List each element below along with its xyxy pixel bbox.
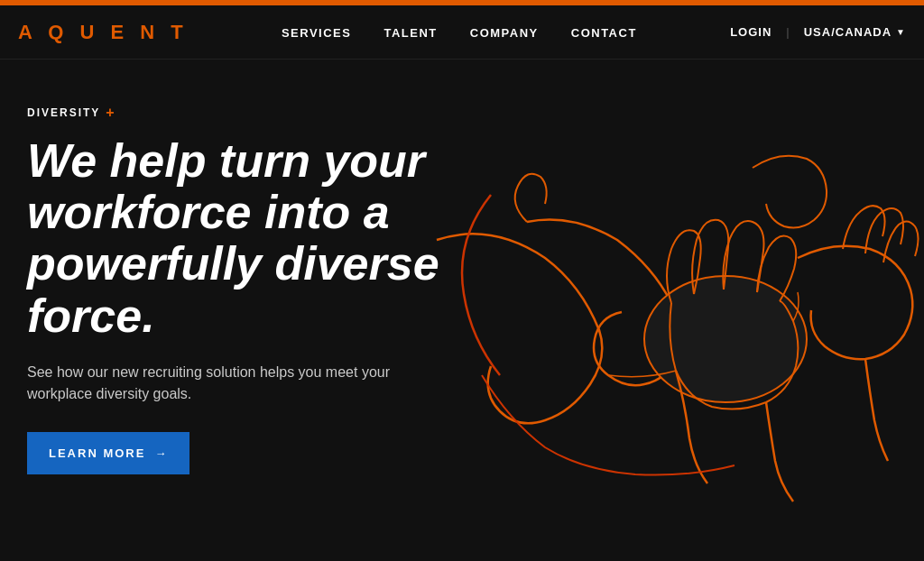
nav-link-services[interactable]: SERVICES [282,26,352,40]
arrow-icon: → [154,446,168,460]
nav-divider: | [786,25,789,39]
nav-link-company[interactable]: COMPANY [470,26,539,40]
nav-item-company[interactable]: COMPANY [470,24,539,41]
learn-more-label: LEARN MORE [49,446,145,460]
hero-content: DIVERSITY + We help turn your workforce … [27,105,478,474]
hero-title: We help turn your workforce into a power… [27,135,478,342]
hero-section: DIVERSITY + We help turn your workforce … [0,60,924,561]
nav-link-contact[interactable]: CONTACT [571,26,637,40]
region-selector[interactable]: USA/CANADA ▼ [804,25,906,39]
nav-item-services[interactable]: SERVICES [282,24,352,41]
chevron-down-icon: ▼ [896,27,906,37]
nav-links: SERVICES TALENT COMPANY CONTACT [282,24,637,41]
nav-item-contact[interactable]: CONTACT [571,24,637,41]
region-label: USA/CANADA [804,25,892,39]
learn-more-button[interactable]: LEARN MORE → [27,432,189,474]
login-link[interactable]: LOGIN [730,25,772,39]
navbar: A Q U E N T SERVICES TALENT COMPANY CONT… [0,5,924,60]
hero-subtitle: See how our new recruiting solution help… [27,362,406,405]
nav-item-talent[interactable]: TALENT [383,24,437,41]
hero-tag: DIVERSITY + [27,105,478,121]
hero-tag-plus: + [106,105,116,121]
logo[interactable]: A Q U E N T [18,21,189,44]
nav-right: LOGIN | USA/CANADA ▼ [730,25,906,39]
hero-tag-label: DIVERSITY [27,106,100,119]
nav-link-talent[interactable]: TALENT [383,26,437,40]
